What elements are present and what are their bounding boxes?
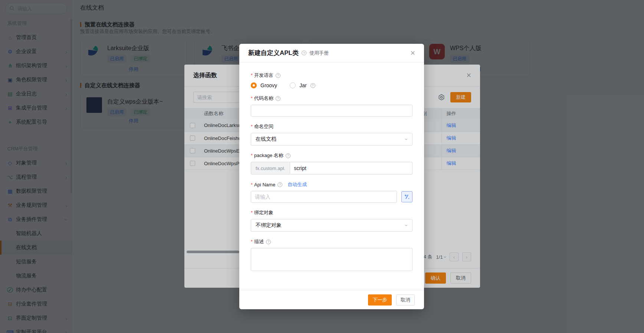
field-description: 描述?	[251, 238, 413, 272]
field-label: 开发语言	[251, 72, 273, 79]
field-label: 绑定对象	[251, 209, 273, 216]
field-namespace: 命名空间 在线文档 ›	[251, 123, 413, 146]
new-apl-class-modal: 新建自定义APL类 ? 使用手册 × 开发语言? Groovy Jar ? 代码…	[239, 44, 424, 309]
description-textarea[interactable]	[251, 248, 413, 271]
namespace-select[interactable]: 在线文档 ›	[251, 133, 413, 146]
radio-label-jar: Jar	[299, 82, 306, 88]
bind-object-select[interactable]: 不绑定对象 ›	[251, 219, 413, 232]
help-icon: ?	[266, 239, 271, 244]
help-icon: ?	[286, 153, 290, 158]
help-icon: ?	[277, 182, 282, 187]
help-icon: ?	[276, 73, 280, 78]
field-dev-language: 开发语言? Groovy Jar ?	[251, 72, 413, 88]
namespace-selected-value: 在线文档	[256, 136, 276, 143]
package-prefix: fx.custom.apl.	[251, 162, 290, 174]
radio-groovy[interactable]	[251, 82, 257, 88]
help-icon: ?	[302, 50, 306, 55]
help-icon: ?	[276, 96, 280, 101]
auto-generate-link[interactable]: 自动生成	[288, 181, 307, 188]
pinyin-convert-icon[interactable]	[401, 191, 413, 202]
field-bind-object: 绑定对象 不绑定对象 ›	[251, 209, 413, 232]
field-label: 描述	[251, 238, 264, 245]
next-step-button[interactable]: 下一步	[368, 294, 392, 306]
field-label: package 名称	[251, 152, 283, 159]
cancel-button[interactable]: 取消	[396, 294, 415, 306]
package-name-input[interactable]	[290, 162, 413, 174]
field-package-name: package 名称? fx.custom.apl.	[251, 152, 413, 174]
field-label: 代码名称	[251, 95, 273, 102]
chevron-down-icon: ›	[404, 225, 410, 226]
bind-object-selected-value: 不绑定对象	[256, 222, 282, 229]
field-api-name: Api Name ? 自动生成	[251, 181, 413, 203]
field-label: Api Name	[251, 182, 275, 187]
modal-title: 新建自定义APL类	[248, 49, 299, 57]
code-name-input[interactable]	[251, 105, 413, 117]
close-icon[interactable]: ×	[410, 49, 415, 57]
api-name-input[interactable]	[251, 191, 397, 203]
field-label: 命名空间	[251, 123, 273, 130]
chevron-down-icon: ›	[404, 138, 410, 140]
user-manual-link[interactable]: 使用手册	[309, 50, 329, 56]
help-icon: ?	[310, 83, 315, 88]
radio-label-groovy: Groovy	[260, 82, 277, 88]
field-code-name: 代码名称?	[251, 95, 413, 117]
radio-jar[interactable]	[290, 82, 296, 88]
